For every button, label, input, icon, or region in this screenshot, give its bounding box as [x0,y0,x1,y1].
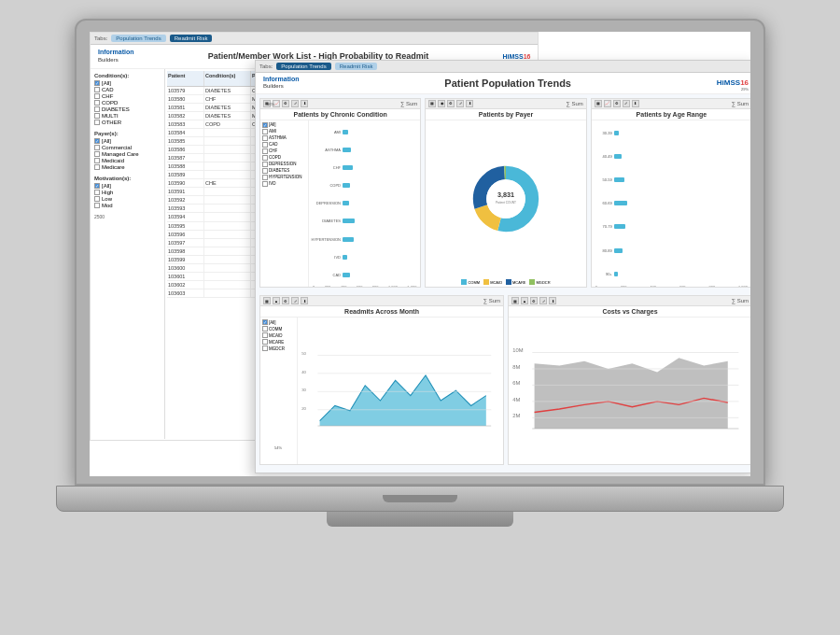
settings-icon[interactable]: ⚙ [282,100,289,107]
checkbox-high[interactable] [94,190,100,195]
filter-mod[interactable]: Mod [94,203,161,208]
cb-chart4-all[interactable] [262,319,268,325]
worklist-tab2[interactable]: Readmit Risk [170,35,213,42]
checkbox-all-motivations[interactable] [94,183,100,189]
settings-icon5[interactable]: ⚙ [530,297,538,304]
settings-icon2[interactable]: ⚙ [447,100,455,107]
export-icon5[interactable]: ⬇ [549,297,556,304]
chart4-area: 50 40 30 20 [298,318,503,463]
checkbox-managed-care[interactable] [94,151,100,157]
settings-icon3[interactable]: ⚙ [613,100,621,107]
checkbox-multi[interactable] [94,113,100,119]
chart4-mcaid[interactable]: MCAID [262,332,295,338]
cb-chart1-asthma[interactable] [262,135,268,141]
checkbox-chf[interactable] [94,93,100,99]
checkbox-medicaid[interactable] [94,158,100,163]
filter-other[interactable]: OTHER [94,120,161,125]
cb-chart1-all[interactable] [262,122,268,128]
payers-label: Payer(s): [94,131,161,136]
area-icon5[interactable]: ▲ [521,297,528,304]
checkbox-all-conditions[interactable] [94,80,100,86]
chart1-ami[interactable]: AMI [262,129,306,134]
checkbox-copd[interactable] [94,100,100,106]
filter-chf[interactable]: CHF [94,93,161,99]
cb-chart1-depression[interactable] [262,162,268,167]
expand-icon[interactable]: ⤢ [291,100,299,107]
chart1-copd[interactable]: COPD [262,155,306,161]
filter-high[interactable]: High [94,190,161,195]
line-chart-icon3[interactable]: 📈 [604,100,611,107]
filter-all-conditions[interactable]: [All] [94,80,161,86]
checkbox-commercial[interactable] [94,145,100,150]
cb-chart1-chf[interactable] [262,148,268,154]
hbar [343,201,349,205]
filter-diabetes[interactable]: DIABETES [94,106,161,112]
bar-chart-icon3[interactable]: ▦ [595,100,602,107]
checkbox-diabetes[interactable] [94,106,100,112]
filter-medicaid[interactable]: Medicaid [94,158,161,163]
cell-condition: DIABETES [204,104,251,111]
cb-chart4-comm[interactable] [262,326,268,332]
filter-cad[interactable]: CAD [94,87,161,92]
chart1-depression[interactable]: DEPRESSION [262,162,306,167]
hbar-row: ASTHMA [311,148,418,152]
export-icon3[interactable]: ⬇ [632,100,639,107]
expand-icon4[interactable]: ⤢ [291,297,299,304]
export-icon2[interactable]: ⬇ [466,100,473,107]
filter-medicare[interactable]: Medicare [94,164,161,170]
filter-all-motivations[interactable]: [All] [94,183,161,189]
bar-icon5[interactable]: ▦ [511,297,519,304]
checkbox-cad[interactable] [94,87,100,92]
settings-icon4[interactable]: ⚙ [282,297,289,304]
chart1-chf[interactable]: CHF [262,148,306,154]
chart1-hypertension[interactable]: HYPERTENSION [262,175,306,180]
bar-icon4[interactable]: ▦ [263,297,271,304]
cb-chart1-diabetes[interactable] [262,168,268,174]
chart1-diabetes[interactable]: DIABETES [262,168,306,174]
trends-tab1[interactable]: Population Trends [276,63,330,70]
cb-chart1-cad[interactable] [262,142,268,148]
expand-icon5[interactable]: ⤢ [539,297,547,304]
cb-chart1-hypertension[interactable] [262,175,268,180]
expand-icon2[interactable]: ⤢ [456,100,464,107]
sidebar-filters: Condition(s): [All] CAD [91,69,165,439]
chart1-all[interactable]: [All] [262,122,306,128]
area-icon4[interactable]: ▲ [273,297,280,304]
chart4-mgdcr[interactable]: MGDCR [262,346,295,351]
cb-chart4-mcaid[interactable] [262,332,268,338]
chart1-sidebar: [All] AMI ASTHMA [260,120,309,288]
filter-managed-care[interactable]: Managed Care [94,151,161,157]
checkbox-low[interactable] [94,196,100,202]
export-icon[interactable]: ⬇ [301,100,308,107]
checkbox-medicare[interactable] [94,164,100,170]
filter-copd[interactable]: COPD [94,100,161,106]
cb-chart1-ami[interactable] [262,129,268,134]
cb-chart4-mgdcr[interactable] [262,346,268,351]
cb-chart4-mcare[interactable] [262,339,268,345]
filter-commercial[interactable]: Commercial [94,145,161,150]
chronic-bar-chart: AMIASTHMACHFCOPDDEPRESSIONDIABETESHYPERT… [311,122,418,286]
filter-low[interactable]: Low [94,196,161,202]
motivations-label: Motivation(s): [94,176,161,181]
checkbox-all-payers[interactable] [94,138,100,144]
trends-tab2[interactable]: Readmit Risk [335,63,378,70]
chart3-area: 30-3940-4950-5960-6970-7980-8990+ 0 200 … [592,120,750,288]
chart1-cad[interactable]: CAD [262,142,306,148]
filter-multi[interactable]: MULTI [94,113,161,119]
worklist-tab1[interactable]: Population Trends [111,35,165,42]
bar-chart-icon2[interactable]: ▦ [428,100,436,107]
filter-all-payers[interactable]: [All] [94,138,161,144]
chart4-comm[interactable]: COMM [262,326,295,332]
checkbox-other[interactable] [94,120,100,125]
cell-patient: 103590 [167,179,204,187]
cb-chart1-copd[interactable] [262,155,268,161]
chart4-all[interactable]: [All] [262,319,295,325]
cb-chart1-ivd[interactable] [262,181,268,187]
export-icon4[interactable]: ⬇ [301,297,308,304]
pie-chart-icon[interactable]: ◉ [438,100,445,107]
chart1-asthma[interactable]: ASTHMA [262,135,306,141]
expand-icon3[interactable]: ⤢ [623,100,630,107]
chart1-ivd[interactable]: IVD [262,181,306,187]
chart4-mcare[interactable]: MCARE [262,339,295,345]
checkbox-mod[interactable] [94,203,100,208]
